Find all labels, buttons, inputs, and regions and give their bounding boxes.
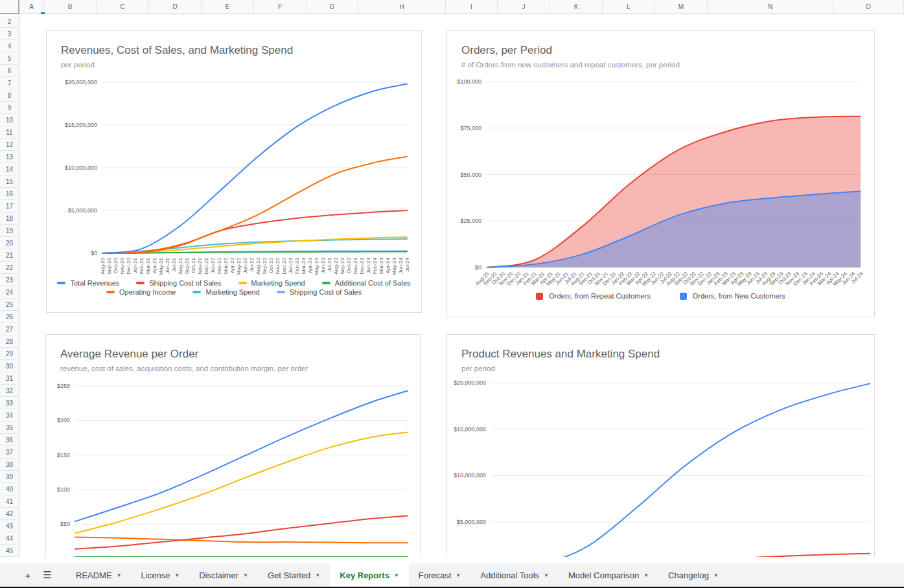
x-axis-tick-label: Dec-23 bbox=[359, 257, 365, 274]
row-header-6[interactable]: 6 bbox=[0, 65, 19, 77]
row-header-29[interactable]: 29 bbox=[0, 348, 19, 360]
x-axis-tick-label: Nov-21 bbox=[197, 257, 203, 274]
x-axis-tick-label: Mar-23 bbox=[301, 257, 307, 274]
row-header-27[interactable]: 27 bbox=[0, 323, 19, 335]
legend-label: Total Revenues bbox=[70, 279, 119, 287]
row-header-24[interactable]: 24 bbox=[0, 286, 19, 299]
row-header-16[interactable]: 16 bbox=[0, 188, 19, 200]
column-header-A[interactable]: A bbox=[19, 0, 44, 14]
row-header-28[interactable]: 28 bbox=[0, 335, 19, 348]
column-header-M[interactable]: M bbox=[655, 0, 708, 14]
row-header-11[interactable]: 11 bbox=[0, 126, 19, 139]
tab-dropdown-icon[interactable]: ▼ bbox=[117, 572, 122, 578]
sheet-tab-license[interactable]: License▼ bbox=[132, 563, 190, 587]
row-header-38[interactable]: 38 bbox=[0, 458, 19, 471]
row-header-42[interactable]: 42 bbox=[0, 508, 19, 520]
sheet-tab-additional-tools[interactable]: Additional Tools▼ bbox=[470, 563, 559, 587]
x-axis-tick-label: Jan-22 bbox=[210, 257, 216, 273]
column-header-B[interactable]: B bbox=[44, 0, 97, 14]
all-sheets-menu-button[interactable]: ☰ bbox=[38, 563, 57, 587]
row-header-45[interactable]: 45 bbox=[0, 545, 19, 557]
row-header-7[interactable]: 7 bbox=[0, 77, 19, 89]
column-header-G[interactable]: G bbox=[307, 0, 358, 14]
row-header-25[interactable]: 25 bbox=[0, 299, 19, 311]
row-header-20[interactable]: 20 bbox=[0, 237, 19, 249]
row-header-33[interactable]: 33 bbox=[0, 397, 19, 409]
legend-label: Shipping Cost of Sales bbox=[290, 288, 362, 296]
sheet-tab-get-started[interactable]: Get Started▼ bbox=[258, 563, 330, 587]
sheet-tab-forecast[interactable]: Forecast▼ bbox=[409, 563, 471, 587]
column-header-L[interactable]: L bbox=[603, 0, 655, 14]
sheet-grid-area[interactable]: 2345678910111213141516171819202122232425… bbox=[0, 14, 904, 557]
row-header-43[interactable]: 43 bbox=[0, 520, 19, 532]
row-header-21[interactable]: 21 bbox=[0, 249, 19, 262]
column-header-I[interactable]: I bbox=[446, 0, 498, 14]
column-header-H[interactable]: H bbox=[358, 0, 446, 14]
column-header-O[interactable]: O bbox=[833, 0, 904, 14]
row-header-40[interactable]: 40 bbox=[0, 483, 19, 495]
legend-label: Orders, from Repeat Customers bbox=[549, 292, 651, 300]
tab-dropdown-icon[interactable]: ▼ bbox=[174, 572, 180, 578]
x-axis-tick-label: Jul-22 bbox=[249, 257, 255, 271]
row-header-3[interactable]: 3 bbox=[0, 28, 19, 40]
tab-dropdown-icon[interactable]: ▼ bbox=[456, 572, 461, 578]
legend-item: Marketing Spend bbox=[238, 279, 305, 287]
tab-dropdown-icon[interactable]: ▼ bbox=[243, 572, 248, 578]
row-header-34[interactable]: 34 bbox=[0, 409, 19, 422]
select-all-corner[interactable] bbox=[0, 0, 19, 14]
row-header-31[interactable]: 31 bbox=[0, 372, 19, 385]
column-header-C[interactable]: C bbox=[97, 0, 149, 14]
row-header-26[interactable]: 26 bbox=[0, 311, 19, 323]
sheet-tab-disclaimer[interactable]: Disclaimer▼ bbox=[189, 563, 258, 587]
tab-dropdown-icon[interactable]: ▼ bbox=[544, 572, 549, 578]
tab-dropdown-icon[interactable]: ▼ bbox=[643, 572, 649, 578]
row-header-14[interactable]: 14 bbox=[0, 163, 19, 175]
column-header-D[interactable]: D bbox=[149, 0, 202, 14]
row-header-32[interactable]: 32 bbox=[0, 385, 19, 397]
column-header-E[interactable]: E bbox=[202, 0, 254, 14]
sheet-tab-model-comparison[interactable]: Model Comparison▼ bbox=[559, 563, 658, 587]
x-axis-tick-label: Aug-22 bbox=[255, 257, 261, 274]
row-header-22[interactable]: 22 bbox=[0, 262, 19, 274]
chart-card-4[interactable]: $20,000,000$15,000,000$10,000,000$5,000,… bbox=[446, 334, 875, 557]
chart-card-3[interactable]: $250$200$150$100$50$0Average Revenue per… bbox=[45, 334, 421, 557]
row-header-17[interactable]: 17 bbox=[0, 200, 19, 212]
row-header-35[interactable]: 35 bbox=[0, 422, 19, 434]
row-header-39[interactable]: 39 bbox=[0, 471, 19, 483]
row-header-19[interactable]: 19 bbox=[0, 225, 19, 237]
row-header-36[interactable]: 36 bbox=[0, 434, 19, 446]
row-header-12[interactable]: 12 bbox=[0, 139, 19, 151]
row-header-13[interactable]: 13 bbox=[0, 151, 19, 163]
row-header-30[interactable]: 30 bbox=[0, 360, 19, 372]
sheet-tab-key-reports[interactable]: Key Reports▼ bbox=[330, 563, 409, 587]
tab-dropdown-icon[interactable]: ▼ bbox=[713, 572, 719, 578]
row-header-10[interactable]: 10 bbox=[0, 114, 19, 126]
row-header-5[interactable]: 5 bbox=[0, 52, 19, 65]
row-header-44[interactable]: 44 bbox=[0, 532, 19, 545]
chart-card-2[interactable]: $100,000$75,000$50,000$25,000$0Aug-20Sep… bbox=[446, 30, 875, 317]
row-header-41[interactable]: 41 bbox=[0, 495, 19, 508]
add-sheet-button[interactable]: + bbox=[18, 563, 38, 587]
legend-item: Operating Income bbox=[106, 288, 176, 296]
sheet-tab-changelog[interactable]: Changelog▼ bbox=[658, 563, 728, 587]
column-header-F[interactable]: F bbox=[254, 0, 307, 14]
row-header-9[interactable]: 9 bbox=[0, 102, 19, 114]
row-header-18[interactable]: 18 bbox=[0, 212, 19, 225]
row-header-2[interactable]: 2 bbox=[0, 16, 19, 28]
sheet-tab-readme[interactable]: README▼ bbox=[66, 563, 132, 587]
tab-dropdown-icon[interactable]: ▼ bbox=[315, 572, 320, 578]
tab-dropdown-icon[interactable]: ▼ bbox=[394, 572, 399, 578]
legend-swatch-icon bbox=[322, 282, 330, 284]
chart-card-1[interactable]: $20,000,000$15,000,000$10,000,000$5,000,… bbox=[46, 30, 422, 313]
column-header-N[interactable]: N bbox=[708, 0, 833, 14]
x-axis-tick-label: Oct-20 bbox=[113, 257, 119, 273]
row-header-4[interactable]: 4 bbox=[0, 40, 19, 52]
column-header-J[interactable]: J bbox=[498, 0, 550, 14]
spreadsheet-app: ABCDEFGHIJKLMNO 234567891011121314151617… bbox=[0, 0, 904, 588]
row-header-8[interactable]: 8 bbox=[0, 89, 19, 102]
x-axis-tick-label: May-22 bbox=[236, 257, 242, 275]
column-header-K[interactable]: K bbox=[550, 0, 603, 14]
row-header-23[interactable]: 23 bbox=[0, 274, 19, 286]
row-header-15[interactable]: 15 bbox=[0, 175, 19, 188]
row-header-37[interactable]: 37 bbox=[0, 446, 19, 458]
